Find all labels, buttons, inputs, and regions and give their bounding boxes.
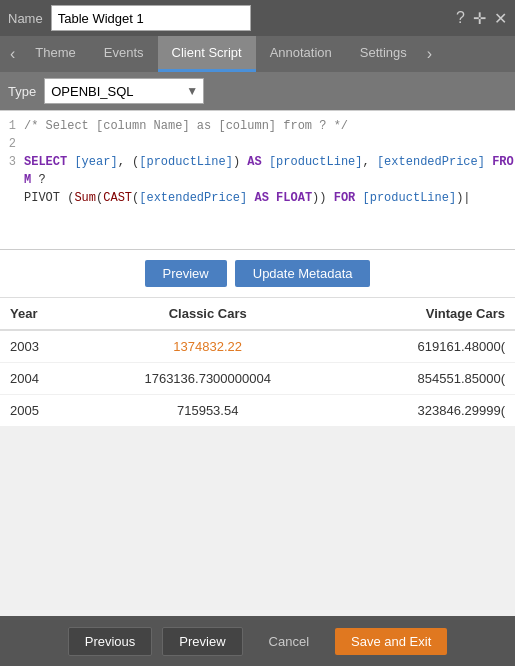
header-icons: ? ✛ ✕	[456, 9, 507, 28]
tab-theme[interactable]: Theme	[21, 36, 89, 72]
line-content-1: /* Select [column Name] as [column] from…	[24, 117, 515, 135]
type-select-wrapper: OPENBI_SQL SQL MDX ▼	[44, 78, 204, 104]
tab-prev-btn[interactable]: ‹	[4, 36, 21, 72]
tab-events[interactable]: Events	[90, 36, 158, 72]
cell-vintage-cars: 323846.29999(	[332, 395, 515, 427]
line-content-3: SELECT [year], ([productLine]) AS [produ…	[24, 153, 515, 207]
data-table-container: Year Classic Cars Vintage Cars 200313748…	[0, 298, 515, 427]
line-num-3: 3	[0, 153, 24, 207]
table-row: 20031374832.22619161.48000(	[0, 330, 515, 363]
type-label: Type	[8, 84, 36, 99]
tabs-bar: ‹ Theme Events Client Script Annotation …	[0, 36, 515, 72]
footer: Previous Preview Cancel Save and Exit	[0, 616, 515, 666]
table-row: 2005715953.54323846.29999(	[0, 395, 515, 427]
cell-classic-cars: 1374832.22	[83, 330, 332, 363]
cell-year: 2005	[0, 395, 83, 427]
code-editor[interactable]: 1 /* Select [column Name] as [column] fr…	[0, 110, 515, 250]
update-metadata-button[interactable]: Update Metadata	[235, 260, 371, 287]
action-buttons: Preview Update Metadata	[0, 250, 515, 298]
line-content-2	[24, 135, 515, 153]
tab-client-script[interactable]: Client Script	[158, 36, 256, 72]
table-row: 20041763136.7300000004854551.85000(	[0, 363, 515, 395]
cancel-button[interactable]: Cancel	[253, 628, 325, 655]
type-row: Type OPENBI_SQL SQL MDX ▼	[0, 72, 515, 110]
col-classic-cars: Classic Cars	[83, 298, 332, 330]
tab-annotation[interactable]: Annotation	[256, 36, 346, 72]
previous-button[interactable]: Previous	[68, 627, 153, 656]
cell-vintage-cars: 854551.85000(	[332, 363, 515, 395]
code-line-1: 1 /* Select [column Name] as [column] fr…	[0, 117, 515, 135]
cell-vintage-cars: 619161.48000(	[332, 330, 515, 363]
title-input[interactable]	[51, 5, 251, 31]
cell-year: 2003	[0, 330, 83, 363]
col-year: Year	[0, 298, 83, 330]
table-header-row: Year Classic Cars Vintage Cars	[0, 298, 515, 330]
close-icon[interactable]: ✕	[494, 9, 507, 28]
col-vintage-cars: Vintage Cars	[332, 298, 515, 330]
footer-preview-button[interactable]: Preview	[162, 627, 242, 656]
save-exit-button[interactable]: Save and Exit	[335, 628, 447, 655]
name-label: Name	[8, 11, 43, 26]
help-icon[interactable]: ?	[456, 9, 465, 28]
move-icon[interactable]: ✛	[473, 9, 486, 28]
cell-classic-cars: 1763136.7300000004	[83, 363, 332, 395]
tab-settings[interactable]: Settings	[346, 36, 421, 72]
data-table: Year Classic Cars Vintage Cars 200313748…	[0, 298, 515, 427]
type-select[interactable]: OPENBI_SQL SQL MDX	[44, 78, 204, 104]
preview-button[interactable]: Preview	[145, 260, 227, 287]
tab-next-btn[interactable]: ›	[421, 36, 438, 72]
code-line-3: 3 SELECT [year], ([productLine]) AS [pro…	[0, 153, 515, 207]
code-line-2: 2	[0, 135, 515, 153]
line-num-1: 1	[0, 117, 24, 135]
cell-classic-cars: 715953.54	[83, 395, 332, 427]
cell-year: 2004	[0, 363, 83, 395]
line-num-2: 2	[0, 135, 24, 153]
header: Name ? ✛ ✕	[0, 0, 515, 36]
